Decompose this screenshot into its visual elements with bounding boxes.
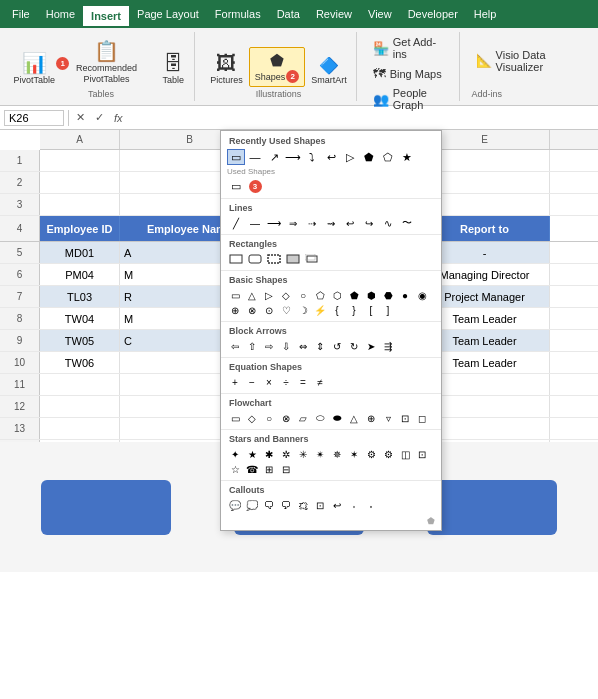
block-arrow-1[interactable]: ⇦ xyxy=(227,339,243,353)
line-shape-2[interactable]: — xyxy=(246,216,264,230)
star-shape-row2-1[interactable]: ☆ xyxy=(227,462,243,476)
shapes-dropdown[interactable]: Recently Used Shapes ▭ — ↗ ⟶ ⤵ ↩ ▷ ⬟ ⬠ ★… xyxy=(220,130,442,531)
flow-shape-5[interactable]: ▱ xyxy=(295,411,311,425)
block-arrow-6[interactable]: ⇕ xyxy=(312,339,328,353)
block-arrow-8[interactable]: ↻ xyxy=(346,339,362,353)
callout-3[interactable]: 🗨 xyxy=(261,498,277,512)
bottom-shape-3[interactable] xyxy=(427,480,557,535)
star-shape-6[interactable]: ✴ xyxy=(312,447,328,461)
block-arrow-2[interactable]: ⇧ xyxy=(244,339,260,353)
basic-shape-20[interactable]: } xyxy=(346,303,362,317)
tab-view[interactable]: View xyxy=(360,4,400,24)
cell-6-a[interactable]: PM04 xyxy=(40,264,120,285)
block-arrow-7[interactable]: ↺ xyxy=(329,339,345,353)
cell-5-a[interactable]: MD01 xyxy=(40,242,120,263)
star-shape-8[interactable]: ✶ xyxy=(346,447,362,461)
flow-shape-3[interactable]: ○ xyxy=(261,411,277,425)
shape-hex[interactable]: ⬟ xyxy=(360,149,378,165)
name-box[interactable] xyxy=(4,110,64,126)
basic-shape-15[interactable]: ⊙ xyxy=(261,303,277,317)
basic-shape-5[interactable]: ○ xyxy=(295,288,311,302)
star-shape-row2-4[interactable]: ⊟ xyxy=(278,462,294,476)
function-icon[interactable]: fx xyxy=(111,112,126,124)
confirm-icon[interactable]: ✓ xyxy=(92,111,107,124)
basic-shape-17[interactable]: ☽ xyxy=(295,303,311,317)
callout-row2-1[interactable]: ↩ xyxy=(329,498,345,512)
basic-shape-8[interactable]: ⬟ xyxy=(346,288,362,302)
shape-arrow-left[interactable]: ↩ xyxy=(322,149,340,165)
visio-button[interactable]: 📐 Visio Data Visualizer xyxy=(472,47,584,75)
flow-shape-2[interactable]: ◇ xyxy=(244,411,260,425)
basic-shape-10[interactable]: ⬣ xyxy=(380,288,396,302)
shape-used-2[interactable]: 3 xyxy=(246,178,264,194)
star-shape-10[interactable]: ⚙ xyxy=(380,447,396,461)
block-arrow-5[interactable]: ⇔ xyxy=(295,339,311,353)
basic-shape-11[interactable]: ● xyxy=(397,288,413,302)
block-arrow-9[interactable]: ➤ xyxy=(363,339,379,353)
star-shape-9[interactable]: ⚙ xyxy=(363,447,379,461)
shape-pentagon[interactable]: ⬠ xyxy=(379,149,397,165)
flow-shape-11[interactable]: ⊡ xyxy=(397,411,413,425)
star-shape-row2-2[interactable]: ☎ xyxy=(244,462,260,476)
star-shape-row2-3[interactable]: ⊞ xyxy=(261,462,277,476)
cell-10-a[interactable]: TW06 xyxy=(40,352,120,373)
basic-shape-4[interactable]: ◇ xyxy=(278,288,294,302)
basic-shape-16[interactable]: ♡ xyxy=(278,303,294,317)
shape-star[interactable]: ★ xyxy=(398,149,416,165)
rect-shape-1[interactable] xyxy=(227,252,245,266)
callout-2[interactable]: 💭 xyxy=(244,498,260,512)
star-shape-7[interactable]: ✵ xyxy=(329,447,345,461)
basic-shape-21[interactable]: [ xyxy=(363,303,379,317)
star-shape-2[interactable]: ★ xyxy=(244,447,260,461)
line-shape-1[interactable]: ╱ xyxy=(227,216,245,230)
shapes-button[interactable]: ⬟ Shapes 2 xyxy=(249,47,306,87)
shape-rect[interactable]: ▭ xyxy=(227,149,245,165)
shape-line[interactable]: — xyxy=(246,149,264,165)
line-shape-4[interactable]: ⇒ xyxy=(284,216,302,230)
rect-shape-3[interactable] xyxy=(265,252,283,266)
tab-file[interactable]: File xyxy=(4,4,38,24)
rect-shape-4[interactable] xyxy=(284,252,302,266)
cell-7-a[interactable]: TL03 xyxy=(40,286,120,307)
callout-5[interactable]: 🗯 xyxy=(295,498,311,512)
basic-shape-6[interactable]: ⬠ xyxy=(312,288,328,302)
basic-shape-18[interactable]: ⚡ xyxy=(312,303,328,317)
pictures-button[interactable]: 🖼 Pictures xyxy=(207,50,246,87)
line-shape-3[interactable]: ⟶ xyxy=(265,216,283,230)
eq-shape-6[interactable]: ≠ xyxy=(312,375,328,389)
shape-used-1[interactable]: ▭ xyxy=(227,178,245,194)
smartart-button[interactable]: 🔷 SmartArt xyxy=(308,54,350,87)
tab-help[interactable]: Help xyxy=(466,4,505,24)
line-shape-5[interactable]: ⇢ xyxy=(303,216,321,230)
star-shape-5[interactable]: ✳ xyxy=(295,447,311,461)
line-shape-8[interactable]: ↪ xyxy=(360,216,378,230)
star-shape-3[interactable]: ✱ xyxy=(261,447,277,461)
eq-shape-1[interactable]: + xyxy=(227,375,243,389)
star-shape-4[interactable]: ✲ xyxy=(278,447,294,461)
formula-input[interactable] xyxy=(130,112,594,124)
flow-shape-7[interactable]: ⬬ xyxy=(329,411,345,425)
basic-shape-9[interactable]: ⬢ xyxy=(363,288,379,302)
cell-8-a[interactable]: TW04 xyxy=(40,308,120,329)
basic-shape-12[interactable]: ◉ xyxy=(414,288,430,302)
table-button[interactable]: 🗄 Table xyxy=(158,50,188,87)
eq-shape-5[interactable]: = xyxy=(295,375,311,389)
callout-row2-2[interactable]: ⬫ xyxy=(346,498,362,512)
flow-shape-4[interactable]: ⊗ xyxy=(278,411,294,425)
flow-shape-10[interactable]: ▿ xyxy=(380,411,396,425)
flow-shape-1[interactable]: ▭ xyxy=(227,411,243,425)
shape-arrow-ur[interactable]: ↗ xyxy=(265,149,283,165)
basic-shape-13[interactable]: ⊕ xyxy=(227,303,243,317)
callout-1[interactable]: 💬 xyxy=(227,498,243,512)
basic-shape-3[interactable]: ▷ xyxy=(261,288,277,302)
basic-shape-7[interactable]: ⬡ xyxy=(329,288,345,302)
shape-arrow-bend[interactable]: ⤵ xyxy=(303,149,321,165)
get-addins-button[interactable]: 🏪 Get Add-ins xyxy=(369,34,453,62)
tab-developer[interactable]: Developer xyxy=(400,4,466,24)
rect-shape-5[interactable] xyxy=(303,252,321,266)
line-shape-6[interactable]: ⇝ xyxy=(322,216,340,230)
block-arrow-4[interactable]: ⇩ xyxy=(278,339,294,353)
eq-shape-3[interactable]: × xyxy=(261,375,277,389)
star-shape-11[interactable]: ◫ xyxy=(397,447,413,461)
shape-triangle[interactable]: ▷ xyxy=(341,149,359,165)
